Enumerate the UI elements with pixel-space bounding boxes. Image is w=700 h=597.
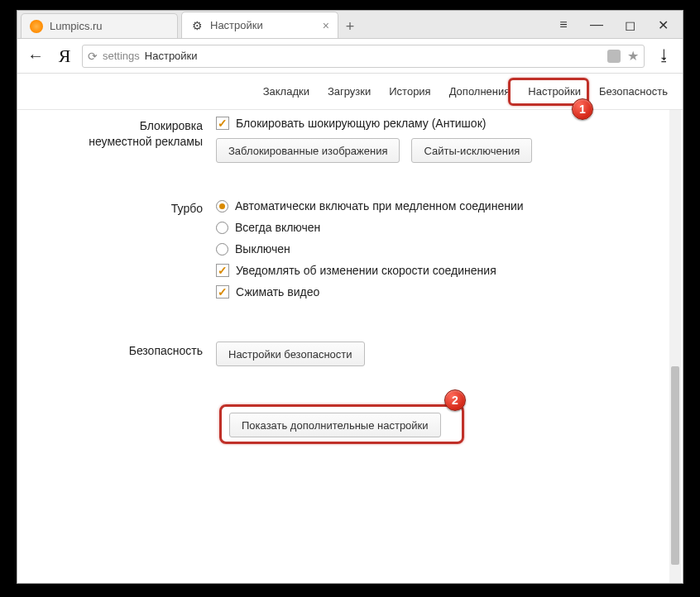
show-advanced-button[interactable]: Показать дополнительные настройки	[229, 413, 441, 437]
checkbox-notify-speed[interactable]: ✓	[216, 264, 229, 277]
bookmark-star-icon[interactable]: ★	[627, 48, 639, 64]
url-input[interactable]: ⟳ settings Настройки ★	[82, 45, 645, 68]
address-bar: ← Я ⟳ settings Настройки ★ ⭳	[17, 39, 683, 74]
scrollbar[interactable]	[669, 110, 681, 583]
close-icon[interactable]: ×	[323, 20, 329, 31]
section-security: Безопасность Настройки безопасности	[42, 341, 658, 375]
gear-icon: ⚙	[190, 19, 204, 32]
minimize-icon[interactable]: —	[580, 12, 613, 37]
maximize-icon[interactable]: ◻	[613, 12, 646, 37]
settings-content: Блокировка неуместной рекламы ✓ Блокиров…	[17, 110, 683, 583]
blocked-images-button[interactable]: Заблокированные изображения	[216, 138, 400, 163]
step-marker-2: 2	[444, 389, 466, 411]
section-label-turbo: Турбо	[42, 199, 216, 307]
section-label-security: Безопасность	[42, 341, 216, 375]
subnav-security[interactable]: Безопасность	[599, 85, 668, 98]
window-controls: ≡ — ◻ ✕	[547, 11, 679, 39]
tab-title: Lumpics.ru	[50, 20, 103, 32]
radio-turbo-always[interactable]	[216, 222, 228, 234]
tab-settings[interactable]: ⚙ Настройки ×	[181, 12, 338, 38]
downloads-icon[interactable]: ⭳	[653, 47, 676, 64]
tab-strip: Lumpics.ru ⚙ Настройки × + ≡ — ◻ ✕	[17, 11, 683, 39]
label-turbo-auto: Автоматически включать при медленном сое…	[235, 199, 524, 213]
orange-favicon-icon	[30, 20, 43, 33]
tab-title: Настройки	[210, 19, 263, 31]
subnav-history[interactable]: История	[389, 85, 430, 98]
menu-icon[interactable]: ≡	[547, 12, 580, 37]
url-label: Настройки	[145, 50, 198, 62]
security-settings-button[interactable]: Настройки безопасности	[216, 341, 365, 366]
advanced-wrap: Показать дополнительные настройки 2	[229, 413, 477, 437]
subnav-downloads[interactable]: Загрузки	[328, 85, 371, 98]
subnav-bookmarks[interactable]: Закладки	[263, 85, 309, 98]
radio-turbo-auto[interactable]	[216, 200, 228, 213]
checkbox-compress-video[interactable]: ✓	[216, 285, 229, 298]
subnav-addons[interactable]: Дополнения	[449, 85, 511, 98]
radio-turbo-off[interactable]	[216, 243, 228, 256]
label-antishock: Блокировать шокирующую рекламу (Антишок)	[236, 117, 486, 130]
new-tab-button[interactable]: +	[338, 15, 362, 38]
url-prefix: settings	[103, 50, 140, 62]
browser-window: Lumpics.ru ⚙ Настройки × + ≡ — ◻ ✕ ← Я ⟳…	[17, 10, 683, 584]
yandex-logo-icon[interactable]: Я	[55, 45, 74, 67]
scroll-thumb[interactable]	[671, 366, 679, 565]
section-label-adblock: Блокировка неуместной рекламы	[42, 117, 216, 171]
label-turbo-always: Всегда включен	[235, 221, 320, 234]
refresh-icon[interactable]: ⟳	[88, 50, 98, 63]
shield-icon[interactable]	[607, 50, 621, 63]
section-turbo: Турбо Автоматически включать при медленн…	[42, 199, 658, 307]
label-compress-video: Сжимать видео	[236, 285, 319, 298]
back-icon[interactable]: ←	[24, 45, 47, 68]
label-turbo-off: Выключен	[235, 242, 290, 256]
site-exceptions-button[interactable]: Сайты-исключения	[411, 138, 532, 163]
close-window-icon[interactable]: ✕	[646, 12, 679, 37]
settings-subnav: Закладки Загрузки История Дополнения Нас…	[17, 74, 683, 110]
checkbox-antishock[interactable]: ✓	[216, 117, 229, 130]
tab-lumpics[interactable]: Lumpics.ru	[21, 13, 178, 38]
section-adblock: Блокировка неуместной рекламы ✓ Блокиров…	[42, 117, 658, 171]
subnav-settings[interactable]: Настройки	[528, 85, 581, 98]
label-notify-speed: Уведомлять об изменении скорости соедине…	[236, 264, 496, 277]
